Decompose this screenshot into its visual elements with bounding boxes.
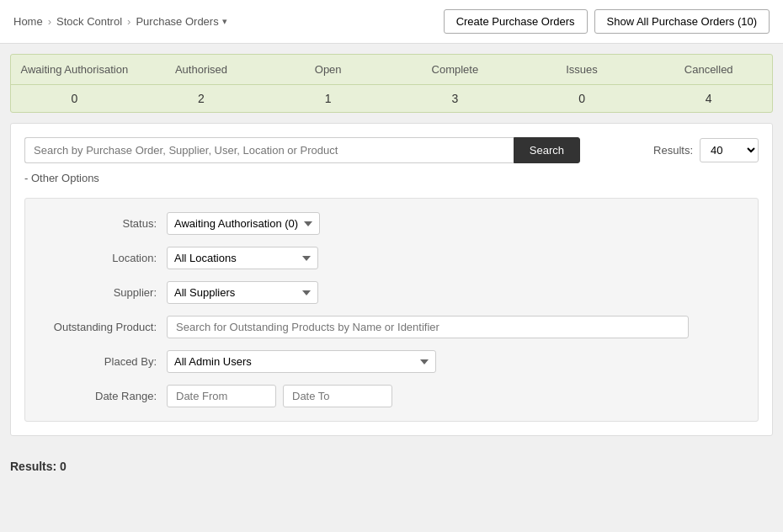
placed-by-label: Placed By: [39,355,157,368]
search-left: Search [24,137,580,163]
placed-by-row: Placed By: All Admin Users [39,350,744,373]
status-label: Status: [39,217,157,230]
results-summary: Results: 0 [0,446,783,480]
date-range-group [167,385,744,407]
supplier-row: Supplier: All Suppliers [39,281,744,304]
stat-value-open: 1 [264,85,392,112]
date-to-input[interactable] [283,385,392,407]
main-panel: Search Results: 40 - Other Options Statu… [10,123,773,436]
outstanding-product-input[interactable] [167,316,689,338]
status-row: Status: Awaiting Authorisation (0) [39,212,744,235]
outstanding-product-control [167,316,744,338]
stat-label-open: Open [264,55,392,84]
breadcrumb-current: Purchase Orders ▾ [136,15,226,28]
breadcrumb-sep-2: › [127,15,130,28]
stat-value-authorised: 2 [138,85,265,112]
date-range-row: Date Range: [39,385,744,407]
stat-label-authorised: Authorised [138,55,265,84]
breadcrumb-purchase-orders: Purchase Orders [136,15,218,28]
location-select[interactable]: All Locations [167,247,318,269]
date-range-control [167,385,744,407]
chevron-down-icon: ▾ [222,16,227,27]
status-select[interactable]: Awaiting Authorisation (0) [167,212,320,235]
stats-bar: Awaiting Authorisation Authorised Open C… [10,54,773,113]
breadcrumb-stock-control[interactable]: Stock Control [56,15,122,28]
location-label: Location: [39,252,157,264]
results-count-area: Results: 40 [653,138,759,162]
top-bar: Home › Stock Control › Purchase Orders ▾… [0,0,783,44]
stat-label-cancelled: Cancelled [645,55,772,84]
breadcrumb-sep-1: › [48,15,51,28]
location-row: Location: All Locations [39,247,744,269]
options-panel: Status: Awaiting Authorisation (0) Locat… [24,198,759,422]
location-control: All Locations [167,247,744,269]
stat-value-cancelled: 4 [645,85,772,112]
breadcrumb-home[interactable]: Home [13,15,43,28]
date-from-input[interactable] [167,385,276,407]
show-all-purchase-orders-button[interactable]: Show All Purchase Orders (10) [594,9,770,34]
date-range-label: Date Range: [39,390,157,402]
placed-by-select[interactable]: All Admin Users [167,350,436,373]
breadcrumb: Home › Stock Control › Purchase Orders ▾ [13,15,227,28]
supplier-control: All Suppliers [167,281,744,304]
stat-value-awaiting: 0 [11,85,138,112]
supplier-select[interactable]: All Suppliers [167,281,318,304]
search-row: Search Results: 40 [24,137,759,163]
placed-by-control: All Admin Users [167,350,744,373]
outstanding-product-label: Outstanding Product: [39,321,157,333]
status-control: Awaiting Authorisation (0) [167,212,744,235]
search-input[interactable] [24,137,514,163]
stat-value-complete: 3 [392,85,519,112]
results-per-page-select[interactable]: 40 [700,138,759,162]
stat-label-awaiting: Awaiting Authorisation [11,55,138,84]
results-label: Results: [653,144,693,157]
stats-values-row: 0 2 1 3 0 4 [11,85,772,112]
create-purchase-orders-button[interactable]: Create Purchase Orders [444,9,588,34]
stat-label-issues: Issues [519,55,646,84]
stat-value-issues: 0 [519,85,646,112]
search-button[interactable]: Search [514,137,580,163]
supplier-label: Supplier: [39,286,157,299]
other-options-toggle[interactable]: - Other Options [24,172,99,184]
top-actions: Create Purchase Orders Show All Purchase… [444,9,770,34]
stats-labels-row: Awaiting Authorisation Authorised Open C… [11,55,772,85]
outstanding-product-row: Outstanding Product: [39,316,744,338]
stat-label-complete: Complete [392,55,519,84]
